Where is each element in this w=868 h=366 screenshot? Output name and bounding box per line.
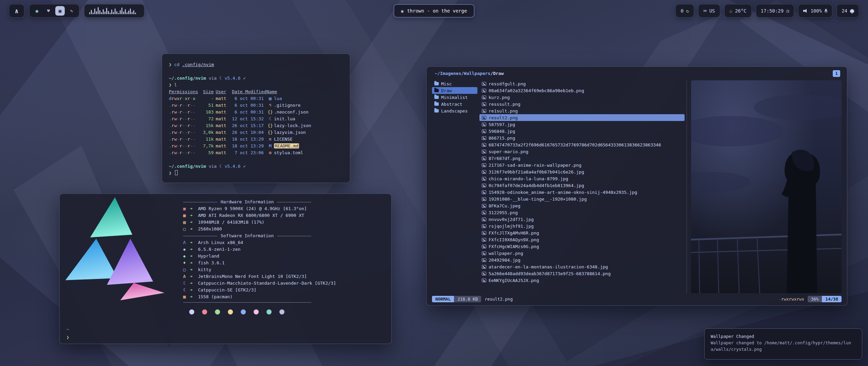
- listing-row[interactable]: .rw-r--r-- 11k matt 18 oct 13:29 ≡ LICEN…: [169, 136, 343, 143]
- software-icon: ☾: [183, 280, 190, 287]
- image-file-icon: [482, 245, 486, 248]
- notification-title: Wallpaper Changed: [711, 333, 856, 340]
- file-row[interactable]: 866715.png: [479, 135, 685, 141]
- shell-prompt[interactable]: ~ ❯: [66, 325, 69, 342]
- directory-row[interactable]: Draw: [432, 87, 477, 94]
- directory-row[interactable]: Minimalist: [432, 94, 477, 101]
- software-icon: ♦: [183, 260, 190, 266]
- keyboard-layout: US: [709, 8, 715, 14]
- file-row[interactable]: FXfcHgcWIAMzs0G.png: [479, 243, 685, 250]
- file-row[interactable]: 3126f7e9bbf21a8a4af0b67b041c6e26.jpg: [479, 168, 685, 175]
- image-file-icon: [482, 170, 486, 174]
- directory-row[interactable]: Landscapes: [432, 107, 477, 114]
- clock-module[interactable]: 17:50:29 ◷: [756, 4, 794, 18]
- file-row[interactable]: 87r687df.png: [479, 155, 685, 162]
- divider-line: [183, 302, 311, 303]
- terminal-window-nvim[interactable]: ❯ cd .config/nvim ~/.config/nvim via ☾ v…: [162, 54, 350, 183]
- permissions-cell: drwxr-xr-x: [169, 95, 199, 102]
- file-row[interactable]: wallpaper.png: [479, 250, 685, 257]
- notifications-module[interactable]: 24: [836, 4, 859, 18]
- file-manager-panels: Misc Draw Minimalist Abstract: [432, 80, 842, 293]
- divider-line: [277, 202, 311, 202]
- visualizer-bar: [123, 12, 124, 14]
- listing-row[interactable]: .rw-r--r-- 15k matt 26 oct 15:17 {} lazy…: [169, 122, 343, 129]
- file-row[interactable]: 20492984.jpg: [479, 257, 685, 263]
- listing-row[interactable]: .rw-r--r-- 72 matt 12 oct 15:32 ☾ init.l…: [169, 116, 343, 122]
- notification-popup[interactable]: Wallpaper Changed Wallpaper changed to /…: [704, 328, 862, 360]
- filename-cell: lua: [274, 96, 282, 101]
- image-file-icon: [482, 116, 486, 120]
- file-row[interactable]: 217167-sad-anime-rain-wallpaper.png: [479, 162, 685, 168]
- file-row[interactable]: ressdfgult.png: [479, 80, 685, 87]
- file-row[interactable]: 154928-odinokoe_anime-art-anime-okno-sin…: [479, 189, 685, 196]
- size-cell: 3,0k: [199, 129, 214, 136]
- file-row[interactable]: re1sult.png: [479, 107, 685, 114]
- listing-row[interactable]: .rw-r--r-- 59 matt 7 oct 23:06 ⚙ stylua.…: [169, 149, 343, 156]
- file-row[interactable]: rsjqojlmjhf91.jpg: [479, 223, 685, 229]
- file-row[interactable]: 0c794faf07de24a4db4d4fb1eb813964.jpg: [479, 182, 685, 189]
- file-row[interactable]: super-mario.png: [479, 148, 685, 155]
- media-player-pill[interactable]: ◉ thrown - on the verge: [394, 4, 475, 18]
- info-text: 10948MiB / 64183MiB (17%): [198, 219, 264, 226]
- tab-badge[interactable]: 1: [833, 70, 840, 77]
- visualizer-bar: [104, 12, 105, 14]
- workspace-button[interactable]: ◉: [32, 6, 42, 16]
- listing-row[interactable]: .rw-r--r-- 7,7k matt 18 oct 13:29 M READ…: [169, 143, 343, 149]
- breadcrumb: ~/Imagenes/Wallpapers/Draw: [435, 71, 504, 76]
- permissions-cell: .rw-r--r--: [169, 122, 199, 129]
- date-cell: 6 oct 00:31: [230, 102, 267, 109]
- permissions-cell: .rw-r--r--: [169, 129, 199, 136]
- file-manager-window[interactable]: ~/Imagenes/Wallpapers/Draw 1 Misc Draw: [426, 66, 847, 306]
- file-row[interactable]: 5a266e448add93deab367d87173e9f25-6837886…: [479, 270, 685, 277]
- workspace-button[interactable]: ✎: [67, 6, 76, 16]
- volume-level: 100%: [810, 8, 822, 14]
- file-size-chip: 218.8 KB: [454, 296, 481, 302]
- directory-row[interactable]: Abstract: [432, 101, 477, 107]
- file-row[interactable]: result2.png: [479, 114, 685, 121]
- file-name: 587597.jpg: [489, 122, 515, 127]
- file-row[interactable]: 8FKa7Cu.jpeg: [479, 202, 685, 209]
- listing-row[interactable]: .rw-r--r-- 183 matt 6 oct 00:31 {} .neoc…: [169, 109, 343, 116]
- listing-row[interactable]: .rw-r--r-- 3,0k matt 26 oct 10:04 {} laz…: [169, 129, 343, 136]
- file-row[interactable]: kurz.png: [479, 94, 685, 101]
- file-row[interactable]: 19201080-__blue-tinge__-1920×1080.jpg: [479, 196, 685, 202]
- listing-row[interactable]: drwxr-xr-x - matt 6 oct 00:31 ▤ lua: [169, 95, 343, 102]
- launcher-button[interactable]: ∧: [9, 4, 24, 18]
- info-text: Hyprland: [198, 253, 219, 260]
- keyboard-layout-module[interactable]: ⌨ US: [698, 4, 720, 18]
- workspace-button[interactable]: ♥: [44, 6, 53, 16]
- file-row[interactable]: 3122955.png: [479, 209, 685, 216]
- file-row[interactable]: 08a634fa02a32364f69ebc86a98eb1eb.png: [479, 87, 685, 94]
- updates-module[interactable]: 0 ↻: [675, 4, 694, 18]
- arrow-icon: ➜: [190, 212, 198, 219]
- volume-module[interactable]: 100%: [798, 4, 832, 18]
- mode-badge: NORMAL: [432, 296, 454, 302]
- workspace-button[interactable]: ▣: [55, 6, 65, 16]
- visualizer-bar: [132, 12, 133, 14]
- file-row[interactable]: FXfcJlTXgAMvH6R.png: [479, 229, 685, 236]
- file-row[interactable]: FXfcII0X0AQyn9X.png: [479, 236, 685, 243]
- file-row[interactable]: nnvuv0xj2df71.jpg: [479, 216, 685, 223]
- file-row[interactable]: chica-mirando-la-luna-8799.jpg: [479, 175, 685, 182]
- arrow-icon: ➜: [190, 273, 198, 280]
- shell-input-line[interactable]: ❯: [169, 170, 343, 177]
- listing-row[interactable]: .rw-r--r-- 51 matt 6 oct 00:31 ⌥ .gitign…: [169, 102, 343, 109]
- keyboard-icon: ⌨: [703, 8, 707, 14]
- image-file-icon: [482, 231, 486, 235]
- prompt-context-line: ~/.config/nvim via ☾ v5.4.6 ✓: [169, 75, 343, 82]
- launcher-icon: ∧: [15, 7, 18, 15]
- user-cell: matt: [214, 95, 230, 102]
- media-icon: ◉: [401, 8, 404, 14]
- terminal-window-fastfetch[interactable]: Hardware Information ▣ ➜ AMD Ryzen 9 590…: [59, 194, 392, 344]
- directory-row[interactable]: Misc: [432, 80, 477, 87]
- file-row[interactable]: resssult.png: [479, 101, 685, 107]
- file-row[interactable]: EeNKYgIUcAAJ5JX.png: [479, 277, 685, 284]
- temperature-module[interactable]: ♨ 26°C: [724, 4, 752, 18]
- image-file-icon: [482, 109, 486, 113]
- file-row[interactable]: 68747470733a2f2f696d616765732d7769786d70…: [479, 141, 685, 148]
- info-line: ☾ ➜ Catppuccin-SE [GTK2/3]: [183, 287, 366, 293]
- visualizer-bar: [130, 8, 131, 14]
- file-row[interactable]: 587597.jpg: [479, 121, 685, 128]
- file-row[interactable]: atardecer-en-la-montanas-ilustracion-634…: [479, 263, 685, 270]
- file-row[interactable]: 596848.jpg: [479, 128, 685, 135]
